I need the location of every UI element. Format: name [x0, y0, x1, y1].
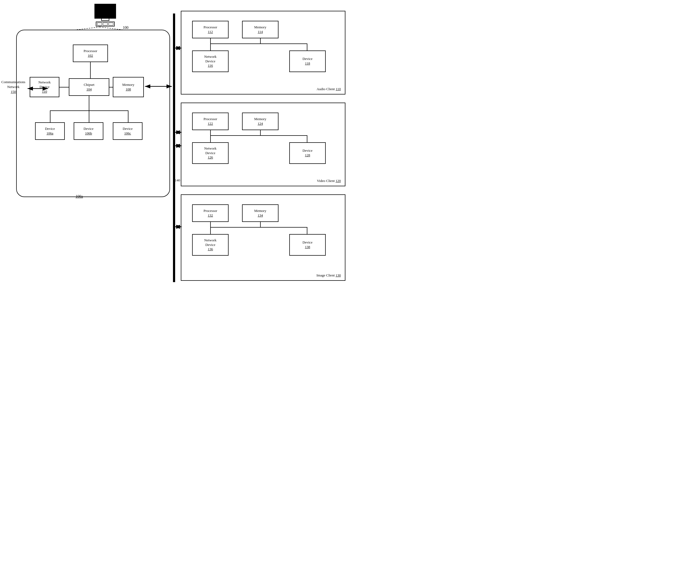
audio-h-line [210, 43, 307, 44]
video-h-line [210, 135, 307, 136]
device-106b-box: Device 106b [74, 122, 103, 140]
video-client-box: Processor 122 Memory 124 NetworkDevice 1… [181, 103, 345, 186]
processor-102-label: Processor [84, 49, 97, 53]
memory-108-num: 108 [126, 87, 131, 92]
image-mem-down [260, 222, 261, 227]
chipset-104-label: Chipset [84, 83, 94, 87]
network-device-110-num: 110 [42, 89, 47, 94]
audio-nd116-down [210, 43, 211, 50]
device-128-box: Device 128 [289, 142, 326, 164]
audio-mem-down [260, 38, 261, 44]
comm-network-text: CommunicationsNetwork [1, 80, 25, 89]
image-dev138-down [307, 227, 307, 234]
network-device-136-box: NetworkDevice 136 [192, 234, 229, 256]
comm-network-num: 150 [11, 90, 16, 94]
computer-icon [89, 2, 121, 26]
processor-102-box: Processor 102 [73, 45, 108, 62]
device-106a-label: Device [45, 127, 55, 131]
device-106a-box: Device 106a [35, 122, 65, 140]
audio-client-label: Audio Client 110 [317, 87, 341, 91]
network-device-126-box: NetworkDevice 126 [192, 142, 229, 164]
memory-114-box: Memory 114 [242, 21, 278, 38]
video-dev128-down [307, 135, 307, 142]
chipset-104-box: Chipset 104 [69, 78, 109, 96]
cpu-box [96, 22, 115, 26]
image-nd136-down [210, 227, 211, 234]
image-client-label: Image Client 130 [317, 273, 341, 277]
main-rect-label: 100a [76, 194, 83, 199]
processor-112-box: Processor 112 [192, 21, 229, 38]
chipset-104-num: 104 [86, 87, 92, 92]
processor-132-box: Processor 132 [192, 204, 229, 222]
computer-label: 100 [123, 26, 128, 30]
chipset-down-line [89, 96, 89, 111]
monitor [94, 4, 116, 19]
network-device-110-box: NetworkDevice 110 [30, 77, 59, 97]
processor-102-num: 102 [88, 53, 93, 58]
audio-dev118-down [307, 43, 307, 50]
network-device-116-box: NetworkDevice 116 [192, 50, 229, 72]
memory-124-box: Memory 124 [242, 113, 278, 130]
device-118-box: Device 118 [289, 50, 326, 72]
device-106b-num: 106b [85, 131, 92, 136]
monitor-stand [101, 19, 109, 21]
device-106a-num: 106a [46, 131, 53, 136]
proc-chipset-line [90, 62, 91, 78]
image-client-box: Processor 132 Memory 134 NetworkDevice 1… [181, 194, 345, 281]
dev106a-down-line [50, 110, 50, 122]
audio-client-box: Processor 112 Memory 114 NetworkDevice 1… [181, 11, 345, 94]
comm-network-label: CommunicationsNetwork 150 [1, 80, 26, 94]
dev106b-down-line [89, 110, 89, 122]
memory-108-label: Memory [122, 83, 134, 87]
device-106b-label: Device [84, 127, 94, 131]
device-106c-box: Device 106c [113, 122, 142, 140]
memory-108-box: Memory 108 [113, 77, 144, 97]
device-106c-num: 106c [124, 131, 131, 136]
network-device-110-label: NetworkDevice [38, 80, 51, 89]
diagram: 100 100a Processor 102 Chipset 104 Netwo… [0, 0, 350, 294]
video-client-label: Video Client 120 [317, 179, 341, 183]
processor-122-box: Processor 122 [192, 113, 229, 130]
video-mem-down [260, 130, 261, 135]
chipset-mem108-line [109, 87, 113, 87]
device-106c-label: Device [123, 127, 133, 131]
device-138-box: Device 138 [289, 234, 326, 256]
bus-label: 140 [175, 178, 180, 182]
dev106c-down-line [128, 110, 128, 122]
nd110-chipset-line [59, 87, 69, 87]
vertical-bus [173, 13, 175, 282]
video-nd126-down [210, 135, 211, 142]
memory-134-box: Memory 134 [242, 204, 278, 222]
image-h-line [210, 227, 307, 227]
